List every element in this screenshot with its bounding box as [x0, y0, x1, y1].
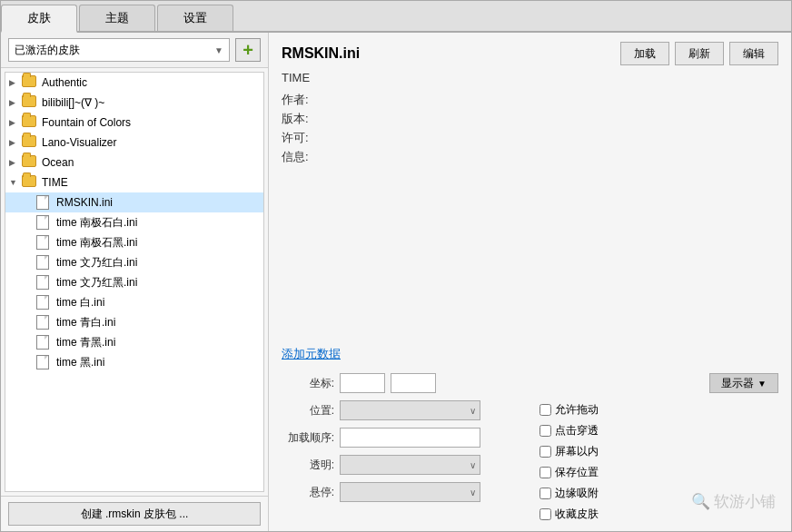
display-btn-row: 显示器 ▼	[540, 373, 779, 393]
position-label: 位置:	[282, 403, 334, 419]
tree-item-time[interactable]: ▼ TIME	[5, 172, 263, 192]
tree-label: Fountain of Colors	[42, 116, 131, 129]
tree-label: Lano-Visualizer	[42, 136, 117, 149]
tab-settings[interactable]: 设置	[157, 5, 233, 31]
tree-item-bilibili[interactable]: ▶ bilibili[]~(∇ )~	[5, 93, 263, 113]
tree-item-lano[interactable]: ▶ Lano-Visualizer	[5, 133, 263, 153]
tree-item-time8[interactable]: ▶ time 黑.ini	[5, 352, 263, 372]
form-section: 坐标: 位置: ∨ 加载顺序:	[282, 373, 778, 522]
tab-skin[interactable]: 皮肤	[1, 5, 77, 33]
load-button[interactable]: 加载	[620, 42, 669, 65]
allow-drag-checkbox[interactable]	[540, 404, 551, 416]
tree-arrow-icon: ▶	[9, 138, 22, 147]
tree-item-time2[interactable]: ▶ time 南极石黑.ini	[5, 232, 263, 252]
checkbox-click-through: 点击穿透	[540, 423, 779, 438]
tree-label: time 青白.ini	[56, 315, 115, 330]
checkbox-snap-edge: 边缘吸附	[540, 486, 779, 501]
tree-item-rmskin[interactable]: ▶ RMSKIN.ini	[5, 192, 263, 212]
meta-info: 作者: 版本: 许可: 信息:	[282, 92, 778, 168]
tree-item-fountain[interactable]: ▶ Fountain of Colors	[5, 113, 263, 133]
tree-label: Ocean	[42, 156, 74, 169]
pause-row: 悬停: ∨	[282, 482, 521, 502]
tab-bar: 皮肤 主题 设置	[1, 1, 791, 33]
transparency-dropdown[interactable]: ∨	[340, 455, 480, 475]
right-actions: 加载 刷新 编辑	[620, 42, 778, 65]
tree-label: bilibili[]~(∇ )~	[42, 96, 104, 109]
tree-item-time6[interactable]: ▶ time 青白.ini	[5, 312, 263, 332]
chevron-down-icon: ∨	[470, 406, 476, 416]
tree-item-time1[interactable]: ▶ time 南极石白.ini	[5, 212, 263, 232]
pause-label: 悬停:	[282, 485, 334, 500]
tree-label: RMSKIN.ini	[56, 196, 113, 209]
right-title: RMSKIN.ini	[282, 45, 360, 62]
tree-arrow-icon: ▼	[9, 178, 22, 187]
tree-arrow-icon: ▶	[9, 158, 22, 167]
checkbox-allow-drag: 允许拖动	[540, 402, 779, 418]
chevron-down-icon: ∨	[470, 488, 476, 498]
transparency-row: 透明: ∨	[282, 455, 521, 475]
chevron-down-icon: ∨	[470, 460, 476, 470]
spacer	[282, 172, 778, 346]
skin-subtitle: TIME	[282, 71, 778, 84]
tree-arrow-icon: ▶	[9, 78, 22, 87]
dropdown-arrow-icon: ▼	[214, 45, 223, 55]
skin-tree[interactable]: ▶ Authentic ▶ bilibili[]~(∇ )~ ▶ Fountai…	[5, 72, 264, 492]
meta-info-row: 信息:	[282, 149, 778, 165]
click-through-checkbox[interactable]	[540, 425, 551, 437]
tree-label: time 南极石黑.ini	[56, 235, 137, 251]
meta-license-row: 许可:	[282, 130, 778, 146]
save-position-checkbox[interactable]	[540, 467, 551, 478]
snap-edge-checkbox[interactable]	[540, 488, 551, 499]
meta-author-row: 作者:	[282, 92, 778, 108]
tree-item-time3[interactable]: ▶ time 文乃红白.ini	[5, 252, 263, 272]
meta-version-row: 版本:	[282, 111, 778, 127]
tree-label: time 文乃红白.ini	[56, 255, 137, 271]
edit-button[interactable]: 编辑	[729, 42, 778, 65]
tab-theme[interactable]: 主题	[79, 5, 155, 31]
coord-x-input[interactable]	[340, 373, 385, 393]
chevron-down-icon: ▼	[757, 379, 767, 389]
tree-label: time 南极石白.ini	[56, 215, 137, 231]
position-dropdown[interactable]: ∨	[340, 400, 480, 420]
tree-label: time 文乃红黑.ini	[56, 275, 137, 291]
tree-item-ocean[interactable]: ▶ Ocean	[5, 153, 263, 172]
coord-row: 坐标:	[282, 373, 521, 393]
transparency-label: 透明:	[282, 458, 334, 473]
tree-item-time5[interactable]: ▶ time 白.ini	[5, 292, 263, 312]
left-toolbar: 已激活的皮肤 ▼ +	[1, 33, 268, 68]
load-order-label: 加载顺序:	[282, 430, 334, 446]
checkbox-keep-on-screen: 屏幕以内	[540, 444, 779, 459]
tree-arrow-icon: ▶	[9, 118, 22, 127]
left-panel: 已激活的皮肤 ▼ + ▶ Authentic ▶	[1, 33, 269, 531]
checkbox-favorite-skin: 收藏皮肤	[540, 507, 779, 522]
main-content: 已激活的皮肤 ▼ + ▶ Authentic ▶	[1, 33, 791, 531]
tree-arrow-icon: ▶	[9, 98, 22, 107]
coord-y-input[interactable]	[391, 373, 436, 393]
load-order-row: 加载顺序:	[282, 428, 521, 448]
right-header: RMSKIN.ini 加载 刷新 编辑	[282, 42, 778, 65]
info-label: 信息:	[282, 149, 336, 165]
tree-item-time4[interactable]: ▶ time 文乃红黑.ini	[5, 272, 263, 292]
checkbox-save-position: 保存位置	[540, 465, 779, 480]
tree-item-time7[interactable]: ▶ time 青黑.ini	[5, 332, 263, 352]
keep-on-screen-checkbox[interactable]	[540, 446, 551, 458]
coord-label: 坐标:	[282, 376, 334, 391]
pause-dropdown[interactable]: ∨	[340, 482, 480, 502]
favorite-skin-checkbox[interactable]	[540, 508, 551, 520]
tree-item-authentic[interactable]: ▶ Authentic	[5, 73, 263, 93]
form-left: 坐标: 位置: ∨ 加载顺序:	[282, 373, 521, 522]
tree-label: TIME	[42, 176, 68, 189]
display-button[interactable]: 显示器 ▼	[709, 373, 778, 393]
add-meta-link[interactable]: 添加元数据	[282, 346, 778, 362]
refresh-button[interactable]: 刷新	[675, 42, 724, 65]
create-skin-button[interactable]: 创建 .rmskin 皮肤包 ...	[8, 502, 261, 526]
tree-label: time 青黑.ini	[56, 335, 115, 350]
tree-label: time 黑.ini	[56, 355, 104, 370]
tree-label: time 白.ini	[56, 295, 104, 310]
bottom-btn-bar: 创建 .rmskin 皮肤包 ...	[1, 496, 268, 531]
skin-dropdown[interactable]: 已激活的皮肤 ▼	[8, 38, 230, 62]
add-skin-button[interactable]: +	[235, 38, 261, 62]
version-label: 版本:	[282, 111, 336, 127]
load-order-input[interactable]	[340, 428, 480, 448]
position-row: 位置: ∨	[282, 400, 521, 420]
